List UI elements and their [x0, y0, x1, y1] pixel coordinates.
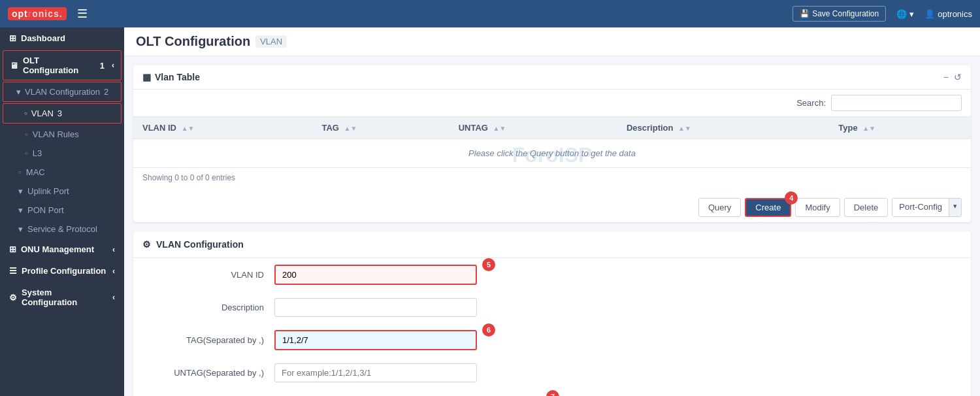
page-header: OLT Configuration VLAN	[124, 27, 980, 56]
badge-7: 7	[546, 390, 559, 396]
search-bar: Search:	[133, 90, 971, 117]
tag-label: TAG(Separated by ,)	[159, 335, 264, 345]
col-tag: TAG ▲▼	[312, 117, 449, 139]
description-row: Description	[133, 291, 971, 323]
description-input[interactable]	[274, 298, 477, 317]
untag-row: UNTAG(Separated by ,)	[133, 357, 971, 389]
table-container: ForoISP VLAN ID ▲▼ TAG ▲▼	[133, 117, 971, 193]
sidebar-item-service-protocol[interactable]: ▾ Service & Protocol	[0, 220, 124, 239]
sidebar-label-profile-config: Profile Configuration	[22, 266, 106, 276]
query-button[interactable]: Query	[698, 198, 741, 217]
table-notice-text: Please click the Query button to get the…	[133, 139, 971, 168]
save-config-label: Save Configuration	[812, 9, 879, 18]
save-icon: 💾	[800, 9, 809, 18]
delete-button[interactable]: Delete	[844, 198, 889, 217]
sidebar-item-olt-config[interactable]: 🖥 OLT Configuration 1 ‹	[3, 50, 122, 80]
navbar-right: 💾 Save Configuration 🌐 ▾ 👤 optronics	[792, 6, 972, 22]
sidebar-item-uplink-port[interactable]: ▾ Uplink Port	[0, 182, 124, 201]
search-input[interactable]	[831, 95, 962, 111]
sidebar-item-vlan-rules[interactable]: ○ VLAN Rules	[0, 125, 124, 144]
col-untag: UNTAG ▲▼	[449, 117, 617, 139]
tag-row: TAG(Separated by ,) 6	[133, 323, 971, 357]
table-body: Please click the Query button to get the…	[133, 139, 971, 168]
badge-6: 6	[482, 323, 495, 337]
untag-label: UNTAG(Separated by ,)	[159, 368, 264, 378]
sort-arrow-vlan-id[interactable]: ▲▼	[182, 125, 195, 132]
user-menu[interactable]: 👤 optronics	[924, 9, 972, 19]
system-arrow: ‹	[112, 293, 115, 302]
sidebar-item-onu-mgmt[interactable]: ⊞ ONU Management ‹	[0, 239, 124, 260]
form-actions: Submit 7 Cancel	[133, 389, 971, 396]
username-label: optronics	[938, 9, 972, 19]
untag-input[interactable]	[274, 363, 477, 382]
minimize-button[interactable]: −	[943, 72, 949, 82]
sort-arrow-tag[interactable]: ▲▼	[344, 125, 357, 132]
system-icon: ⚙	[9, 293, 17, 303]
port-config-dropdown-arrow[interactable]: ▾	[949, 199, 961, 216]
sidebar: ⊞ Dashboard 🖥 OLT Configuration 1 ‹ ▾ VL…	[0, 27, 124, 396]
profile-arrow: ‹	[112, 267, 115, 276]
user-icon: 👤	[924, 9, 935, 19]
port-config-button[interactable]: Port-Config ▾	[892, 198, 962, 217]
sidebar-label-service-protocol: Service & Protocol	[27, 224, 97, 234]
hamburger-button[interactable]: ☰	[77, 7, 88, 21]
sidebar-item-mac[interactable]: ○ MAC	[0, 163, 124, 182]
sidebar-item-vlan[interactable]: ○ VLAN 3	[3, 103, 122, 124]
table-notice-row: Please click the Query button to get the…	[133, 139, 971, 168]
showing-text: Showing 0 to 0 of 0 entries	[133, 168, 971, 188]
col-type: Type ▲▼	[829, 117, 971, 139]
lang-dropdown-arrow: ▾	[909, 9, 914, 19]
sidebar-label-vlan: VLAN	[31, 108, 54, 118]
logo-text: opt	[12, 8, 28, 19]
vlan-config-title: VLAN Configuration	[156, 239, 244, 250]
profile-icon: ☰	[9, 266, 17, 276]
sidebar-label-vlan-rules: VLAN Rules	[33, 129, 79, 139]
sidebar-item-system-config[interactable]: ⚙ System Configuration ‹	[0, 282, 124, 313]
sort-arrow-description[interactable]: ▲▼	[678, 125, 691, 132]
sidebar-label-mac: MAC	[26, 167, 45, 177]
badge-5: 5	[482, 258, 495, 271]
circle-icon-mac: ○	[18, 169, 22, 175]
table-icon: ▦	[142, 72, 151, 82]
badge-3: 3	[57, 108, 62, 118]
onu-arrow: ‹	[112, 245, 115, 254]
create-button[interactable]: Create	[745, 198, 791, 217]
sidebar-item-pon-port[interactable]: ▾ PON Port	[0, 201, 124, 220]
vlan-table-title-text: Vlan Table	[155, 72, 200, 82]
description-label: Description	[159, 303, 264, 312]
sidebar-item-l3[interactable]: ○ L3	[0, 144, 124, 163]
search-label: Search:	[796, 98, 826, 108]
action-row: Query Create 4 Modify Delete Port-Config…	[133, 193, 971, 222]
vlan-table-title: ▦ Vlan Table	[142, 72, 200, 82]
page-title: OLT Configuration	[136, 34, 250, 49]
vlan-id-input[interactable]	[274, 265, 477, 285]
sidebar-item-vlan-config[interactable]: ▾ VLAN Configuration 2	[3, 82, 122, 102]
sort-arrow-untag[interactable]: ▲▼	[493, 125, 506, 132]
sidebar-item-profile-config[interactable]: ☰ Profile Configuration ‹	[0, 260, 124, 282]
refresh-button[interactable]: ↺	[954, 72, 962, 82]
circle-icon-vlan-rules: ○	[25, 131, 28, 137]
logo: optronics.	[8, 7, 67, 20]
chevron-down-icon: ▾	[16, 87, 21, 97]
modify-button[interactable]: Modify	[795, 198, 840, 217]
onu-icon: ⊞	[9, 244, 16, 254]
sidebar-item-dashboard[interactable]: ⊞ Dashboard	[0, 27, 124, 49]
save-config-button[interactable]: 💾 Save Configuration	[792, 6, 886, 22]
circle-icon-l3: ○	[25, 150, 28, 156]
layout: ⊞ Dashboard 🖥 OLT Configuration 1 ‹ ▾ VL…	[0, 27, 980, 396]
globe-icon: 🌐	[896, 9, 907, 19]
vlan-config-header: ⚙ VLAN Configuration	[133, 231, 971, 258]
badge-2: 2	[104, 87, 108, 97]
vlan-table-card: ▦ Vlan Table − ↺ Search: ForoISP	[133, 65, 971, 222]
tag-input[interactable]	[274, 330, 477, 350]
sort-arrow-type[interactable]: ▲▼	[862, 125, 875, 132]
vlan-table: VLAN ID ▲▼ TAG ▲▼ UNTAG ▲▼	[133, 117, 971, 168]
olt-icon: 🖥	[10, 61, 18, 71]
main-content: OLT Configuration VLAN ▦ Vlan Table − ↺ …	[124, 27, 980, 396]
col-description: Description ▲▼	[617, 117, 829, 139]
sidebar-label-dashboard: Dashboard	[21, 33, 65, 43]
page-subtitle: VLAN	[255, 35, 287, 48]
brand: optronics.	[8, 7, 67, 20]
sidebar-label-pon-port: PON Port	[27, 205, 64, 215]
language-selector[interactable]: 🌐 ▾	[896, 9, 914, 19]
